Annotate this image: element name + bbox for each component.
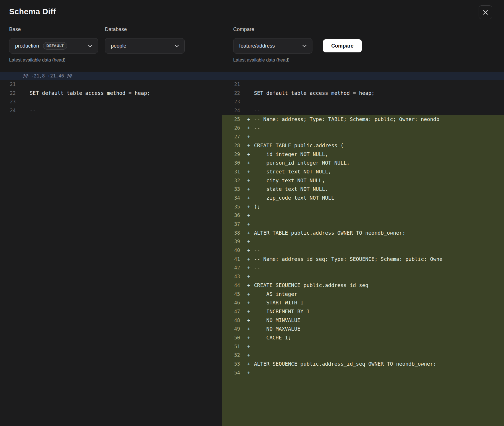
diff-rows-base: 2122SET default_table_access_method = he… xyxy=(0,80,222,115)
line-number: 54 xyxy=(222,368,244,377)
code-text: SET default_table_access_method = heap; xyxy=(19,89,150,98)
database-label: Database xyxy=(105,26,127,32)
code-text xyxy=(19,97,30,106)
diff-line: 23 xyxy=(0,97,222,106)
line-number: 32 xyxy=(222,176,244,185)
code-text: city text NOT NULL, xyxy=(254,176,325,185)
diff-marker: + xyxy=(244,316,254,325)
line-number: 24 xyxy=(0,106,19,115)
line-number: 31 xyxy=(222,167,244,176)
compare-hint: Latest available data (head) xyxy=(233,58,289,63)
close-icon xyxy=(483,9,488,15)
base-branch-select[interactable]: production DEFAULT xyxy=(9,38,98,54)
chevron-down-icon xyxy=(84,45,92,47)
diff-marker: + xyxy=(244,281,254,290)
diff-line: 46+ START WITH 1 xyxy=(222,298,504,307)
diff-line: 44+CREATE SEQUENCE public.address_id_seq xyxy=(222,281,504,290)
diff-line: 37+ xyxy=(222,220,504,229)
line-number: 27 xyxy=(222,132,244,141)
code-text: CACHE 1; xyxy=(254,333,291,342)
diff-line: 35+); xyxy=(222,202,504,211)
diff-line: 26+-- xyxy=(222,124,504,132)
diff-marker: + xyxy=(244,124,254,132)
diff-marker: + xyxy=(244,263,254,272)
code-text: -- xyxy=(254,246,260,255)
diff-marker: + xyxy=(244,246,254,255)
diff-marker: + xyxy=(244,115,254,124)
diff-line: 28+CREATE TABLE public.address ( xyxy=(222,141,504,150)
code-text: -- xyxy=(254,106,260,115)
diff-marker: + xyxy=(244,307,254,316)
diff-marker: + xyxy=(244,202,254,211)
diff-line: 47+ INCREMENT BY 1 xyxy=(222,307,504,316)
diff-marker: + xyxy=(244,150,254,159)
database-select[interactable]: people xyxy=(105,38,185,54)
line-number: 23 xyxy=(222,97,244,106)
diff-line: 33+ state text NOT NULL, xyxy=(222,185,504,194)
code-text: -- xyxy=(19,106,36,115)
line-number: 41 xyxy=(222,255,244,264)
diff-line: 39+ xyxy=(222,237,504,246)
chevron-down-icon xyxy=(171,45,179,47)
diff-marker xyxy=(244,97,254,106)
line-number: 43 xyxy=(222,272,244,281)
diff-line: 22SET default_table_access_method = heap… xyxy=(0,89,222,98)
code-text: AS integer xyxy=(254,290,297,299)
line-number: 52 xyxy=(222,351,244,360)
page-title: Schema Diff xyxy=(9,7,56,16)
line-number: 40 xyxy=(222,246,244,255)
diff-line: 52+ xyxy=(222,351,504,360)
diff-pane-base: 2122SET default_table_access_method = he… xyxy=(0,80,222,426)
line-number: 47 xyxy=(222,307,244,316)
compare-branch-select[interactable]: feature/address xyxy=(233,38,312,54)
diff-line: 34+ zip_code text NOT NULL xyxy=(222,194,504,202)
code-text: -- xyxy=(254,124,260,132)
line-number: 22 xyxy=(0,89,19,98)
diff-marker: + xyxy=(244,132,254,141)
line-number: 23 xyxy=(0,97,19,106)
code-text: NO MINVALUE xyxy=(254,316,300,325)
code-text xyxy=(19,80,30,89)
diff-marker: + xyxy=(244,333,254,342)
diff-line: 38+ALTER TABLE public.address OWNER TO n… xyxy=(222,229,504,237)
diff-marker: + xyxy=(244,220,254,229)
diff-line: 48+ NO MINVALUE xyxy=(222,316,504,325)
code-text: SET default_table_access_method = heap; xyxy=(254,89,375,98)
added-region-continuation xyxy=(222,377,504,426)
diff-marker: + xyxy=(244,368,254,377)
diff-line: 32+ city text NOT NULL, xyxy=(222,176,504,185)
diff-panes: 2122SET default_table_access_method = he… xyxy=(0,80,504,426)
diff-line: 43+ xyxy=(222,272,504,281)
code-text: -- xyxy=(254,263,260,272)
line-number: 29 xyxy=(222,150,244,159)
code-text: CREATE TABLE public.address ( xyxy=(254,141,344,150)
code-text: ALTER TABLE public.address OWNER TO neon… xyxy=(254,229,405,237)
line-number: 46 xyxy=(222,298,244,307)
compare-button[interactable]: Compare xyxy=(323,39,362,52)
compare-branch-value: feature/address xyxy=(239,43,275,49)
diff-line: 54+ xyxy=(222,368,504,377)
diff-line: 36+ xyxy=(222,211,504,220)
schema-diff-viewer: @@ -21,8 +21,46 @@ 2122SET default_table… xyxy=(0,72,504,426)
code-text: INCREMENT BY 1 xyxy=(254,307,310,316)
line-number: 21 xyxy=(222,80,244,89)
line-number: 30 xyxy=(222,159,244,167)
base-branch-value: production xyxy=(15,43,39,49)
diff-line: 41+-- Name: address_id_seq; Type: SEQUEN… xyxy=(222,255,504,264)
diff-marker: + xyxy=(244,290,254,299)
diff-line: 53+ALTER SEQUENCE public.address_id_seq … xyxy=(222,360,504,368)
line-number: 21 xyxy=(0,80,19,89)
diff-marker: + xyxy=(244,298,254,307)
line-number: 33 xyxy=(222,185,244,194)
diff-line: 40+-- xyxy=(222,246,504,255)
line-number: 45 xyxy=(222,290,244,299)
line-number: 26 xyxy=(222,124,244,132)
line-number: 24 xyxy=(222,106,244,115)
close-button[interactable] xyxy=(479,5,492,19)
diff-marker: + xyxy=(244,185,254,194)
diff-marker: + xyxy=(244,167,254,176)
dialog-header: Schema Diff Base Database Compare produc… xyxy=(0,0,504,72)
line-number: 44 xyxy=(222,281,244,290)
code-text: -- Name: address_id_seq; Type: SEQUENCE;… xyxy=(254,255,442,264)
line-number: 22 xyxy=(222,89,244,98)
